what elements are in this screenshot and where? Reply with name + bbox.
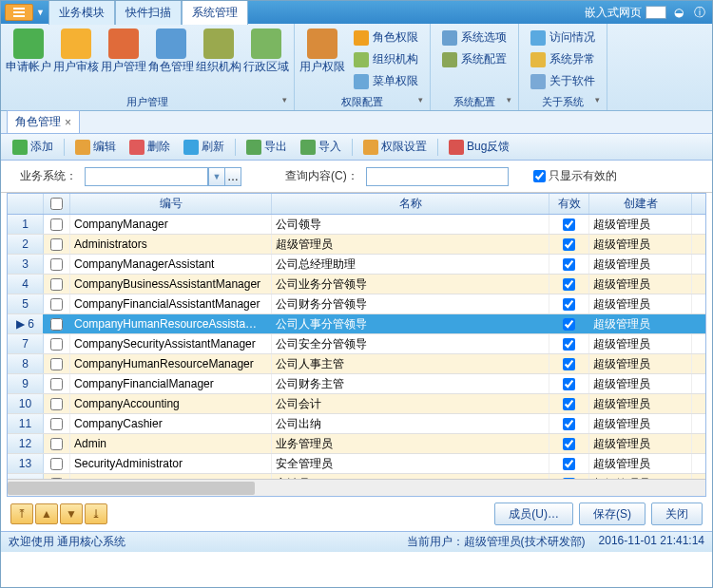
cell-valid[interactable] [549,434,589,453]
row-check[interactable] [44,434,70,453]
nav-first[interactable]: ⤒ [10,503,33,524]
tab-role-manage[interactable]: 角色管理 × [7,110,80,133]
cell-valid[interactable] [549,394,589,413]
app-menu-button[interactable] [5,4,33,21]
query-input[interactable] [366,167,509,186]
only-valid-checkbox[interactable]: 只显示有效的 [533,168,617,184]
perm-set-button[interactable]: 权限设置 [357,136,433,158]
row-number: 2 [8,235,44,254]
nav-last[interactable]: ⤓ [85,503,107,524]
user-perm-button[interactable]: 用户权限 [299,26,346,76]
col-name[interactable]: 名称 [272,194,549,214]
ribbon-tab[interactable]: 系统管理 [182,0,248,25]
row-number: 5 [8,294,44,313]
cell-valid[interactable] [549,255,589,274]
cell-valid[interactable] [549,374,589,393]
member-button[interactable]: 成员(U)… [494,503,573,525]
user-manage-button[interactable]: 用户管理 [100,26,147,76]
row-check[interactable] [44,215,70,234]
row-check[interactable] [44,235,70,254]
cell-creator: 超级管理员 [589,414,692,433]
table-row[interactable]: 9CompanyFinancialManager公司财务主管超级管理员 [8,374,705,394]
biz-system-input[interactable] [85,167,208,186]
cell-valid[interactable] [549,275,589,294]
cell-valid[interactable] [549,294,589,313]
ribbon-group-label: 关于系统 [523,94,603,110]
user-audit-icon [61,28,91,59]
visit-status-button[interactable]: 访问情况 [527,28,599,47]
status-welcome: 欢迎使用 通用核心系统 [9,534,125,550]
table-row[interactable]: 8CompanyHumanResourceManager公司人事主管超级管理员 [8,354,705,374]
ellipsis-button[interactable]: … [224,167,241,186]
col-code[interactable]: 编号 [70,194,272,214]
refresh-button[interactable]: 刷新 [178,136,230,158]
role-manage-button[interactable]: 角色管理 [147,26,195,76]
table-row[interactable]: ▶ 6CompanyHumanResourceAssista…公司人事分管领导超… [8,314,705,334]
embed-toggle[interactable] [646,6,666,19]
bug-button[interactable]: Bug反馈 [443,136,515,158]
table-row[interactable]: 11CompanyCashier公司出纳超级管理员 [8,414,705,434]
table-row[interactable]: 2Administrators超级管理员超级管理员 [8,235,705,255]
ribbon-tab[interactable]: 业务模块 [48,0,115,25]
row-check[interactable] [44,314,70,333]
cell-valid[interactable] [549,235,589,254]
bug-icon [449,140,464,155]
table-row[interactable]: 7CompanySecurityAssistantManager公司安全分管领导… [8,334,705,354]
table-row[interactable]: 12Admin业务管理员超级管理员 [8,434,705,454]
col-rownum[interactable] [8,194,44,214]
h-scrollbar[interactable] [8,479,705,496]
export-button[interactable]: 导出 [241,136,293,158]
sys-option-button[interactable]: 系统选项 [438,28,511,47]
edit-button[interactable]: 编辑 [69,136,122,158]
cell-creator: 超级管理员 [589,334,692,353]
role-perm-icon [354,30,369,46]
table-row[interactable]: 3CompanyManagerAssistant公司总经理助理超级管理员 [8,255,705,275]
save-button[interactable]: 保存(S) [579,503,646,525]
add-button[interactable]: 添加 [7,136,59,158]
col-valid[interactable]: 有效 [549,194,589,214]
cell-creator: 超级管理员 [589,294,692,313]
cell-valid[interactable] [549,334,589,353]
import-button[interactable]: 导入 [295,136,347,158]
table-row[interactable]: 1CompanyManager公司领导超级管理员 [8,215,705,235]
row-check[interactable] [44,374,70,393]
help-icon[interactable]: ◒ [670,4,687,21]
user-audit-button[interactable]: 用户审核 [52,26,100,76]
org-perm-button[interactable]: 组织机构 [350,49,422,69]
cell-valid[interactable] [549,314,589,333]
sys-config-button[interactable]: 系统配置 [438,49,511,69]
delete-button[interactable]: 删除 [124,136,176,158]
row-check[interactable] [44,414,70,433]
close-icon[interactable]: × [65,116,71,129]
cell-valid[interactable] [549,215,589,234]
info-icon[interactable]: ⓘ [691,4,708,21]
row-check[interactable] [44,334,70,353]
about-soft-button[interactable]: 关于软件 [527,71,599,91]
row-check[interactable] [44,275,70,294]
table-row[interactable]: 10CompanyAccounting公司会计超级管理员 [8,394,705,414]
row-check[interactable] [44,454,70,473]
table-row[interactable]: 4CompanyBusinessAssistantManager公司业务分管领导… [8,275,705,294]
col-creator[interactable]: 创建者 [589,194,692,214]
menu-perm-button[interactable]: 菜单权限 [350,71,422,91]
sys-error-button[interactable]: 系统异常 [527,49,599,69]
org-structure-button[interactable]: 组织机构 [195,26,242,76]
row-check[interactable] [44,354,70,373]
admin-region-button[interactable]: 行政区域 [242,26,290,76]
cell-valid[interactable] [549,454,589,473]
ribbon-tab[interactable]: 快件扫描 [115,0,182,25]
role-perm-button[interactable]: 角色权限 [350,28,422,47]
nav-down[interactable]: ▼ [60,503,83,524]
cell-valid[interactable] [549,354,589,373]
cell-valid[interactable] [549,414,589,433]
close-button[interactable]: 关闭 [651,503,703,525]
nav-up[interactable]: ▲ [35,503,58,524]
table-row[interactable]: 5CompanyFinancialAssistantManager公司财务分管领… [8,294,705,314]
chevron-down-icon[interactable]: ▼ [208,167,225,186]
table-row[interactable]: 13SecurityAdministrator安全管理员超级管理员 [8,454,705,474]
row-check[interactable] [44,394,70,413]
row-check[interactable] [44,255,70,274]
apply-account-button[interactable]: 申请帐户 [5,26,52,76]
row-check[interactable] [44,294,70,313]
col-check[interactable] [44,194,70,214]
